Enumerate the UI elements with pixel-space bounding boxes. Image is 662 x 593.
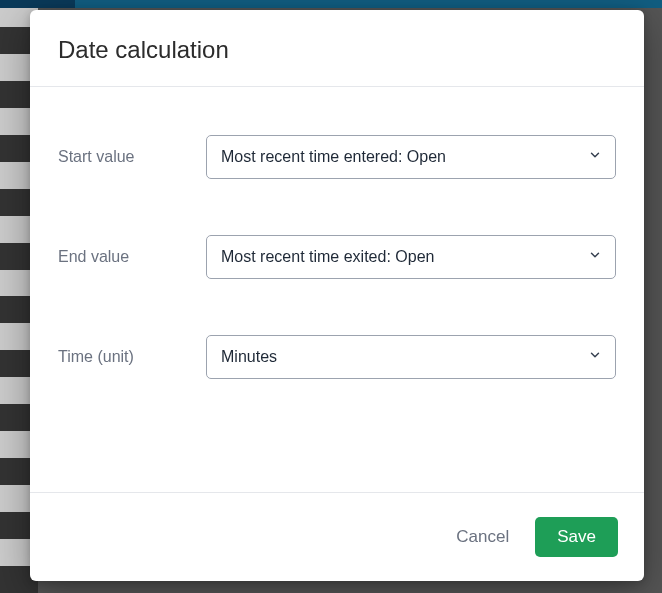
- cancel-button[interactable]: Cancel: [452, 519, 513, 555]
- start-value-selected: Most recent time entered: Open: [221, 148, 446, 166]
- modal-title: Date calculation: [58, 36, 616, 64]
- modal-footer: Cancel Save: [30, 492, 644, 581]
- time-unit-select[interactable]: Minutes: [206, 335, 616, 379]
- start-value-select[interactable]: Most recent time entered: Open: [206, 135, 616, 179]
- end-value-row: End value Most recent time exited: Open: [58, 235, 616, 279]
- start-value-label: Start value: [58, 148, 206, 166]
- end-value-select[interactable]: Most recent time exited: Open: [206, 235, 616, 279]
- time-unit-selected: Minutes: [221, 348, 277, 366]
- end-value-label: End value: [58, 248, 206, 266]
- modal-header: Date calculation: [30, 10, 644, 87]
- start-value-row: Start value Most recent time entered: Op…: [58, 135, 616, 179]
- end-value-selected: Most recent time exited: Open: [221, 248, 434, 266]
- modal-body: Start value Most recent time entered: Op…: [30, 87, 644, 492]
- time-unit-label: Time (unit): [58, 348, 206, 366]
- save-button[interactable]: Save: [535, 517, 618, 557]
- time-unit-row: Time (unit) Minutes: [58, 335, 616, 379]
- date-calculation-modal: Date calculation Start value Most recent…: [30, 10, 644, 581]
